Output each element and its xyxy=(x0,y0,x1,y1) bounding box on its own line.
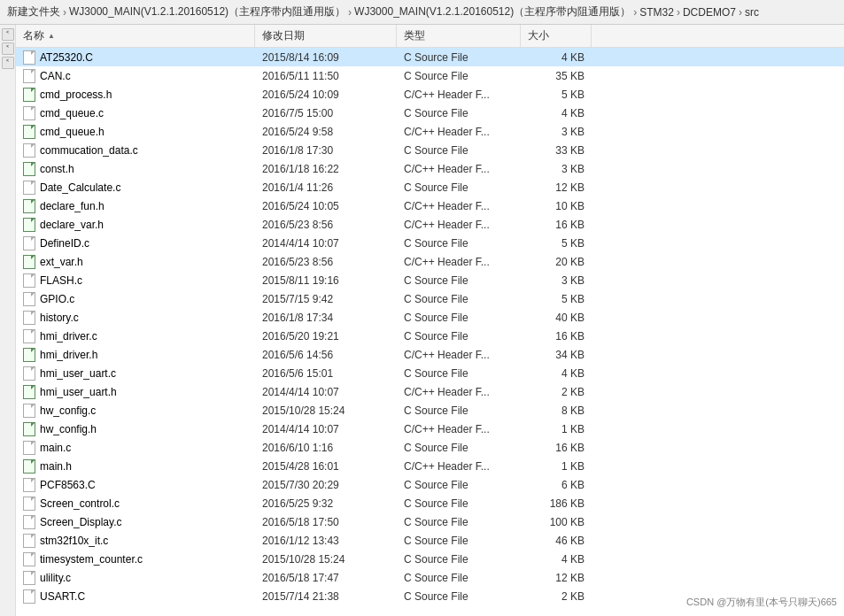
table-row[interactable]: GPIO.c 2015/7/15 9:42 C Source File 5 KB xyxy=(16,289,844,308)
table-row[interactable]: hmi_driver.h 2016/5/6 14:56 C/C++ Header… xyxy=(16,345,844,364)
file-size-cell: 4 KB xyxy=(521,51,592,64)
table-row[interactable]: cmd_process.h 2016/5/24 10:09 C/C++ Head… xyxy=(16,85,844,104)
table-row[interactable]: stm32f10x_it.c 2016/1/12 13:43 C Source … xyxy=(16,531,844,550)
table-row[interactable]: hmi_driver.c 2016/5/20 19:21 C Source Fi… xyxy=(16,327,844,345)
table-row[interactable]: hw_config.h 2014/4/14 10:07 C/C++ Header… xyxy=(16,420,844,438)
file-date-cell: 2016/5/18 17:50 xyxy=(255,516,397,528)
table-row[interactable]: Date_Calculate.c 2016/1/4 11:26 C Source… xyxy=(16,178,844,196)
table-row[interactable]: history.c 2016/1/8 17:34 C Source File 4… xyxy=(16,308,844,327)
file-size-cell: 4 KB xyxy=(521,107,592,119)
file-type-cell: C/C++ Header F... xyxy=(397,89,521,101)
file-date-cell: 2015/7/15 9:42 xyxy=(255,293,397,305)
file-name-text: timesystem_counter.c xyxy=(40,553,143,566)
col-size-header[interactable]: 大小 xyxy=(521,25,592,47)
table-row[interactable]: AT25320.C 2015/8/14 16:09 C Source File … xyxy=(16,48,844,66)
file-size-cell: 16 KB xyxy=(521,442,592,454)
file-size-cell: 5 KB xyxy=(521,237,592,250)
table-row[interactable]: const.h 2016/1/18 16:22 C/C++ Header F..… xyxy=(16,159,844,178)
file-size-cell: 6 KB xyxy=(521,479,592,491)
table-row[interactable]: declare_fun.h 2016/5/24 10:05 C/C++ Head… xyxy=(16,196,844,215)
table-row[interactable]: hmi_user_uart.c 2016/5/6 15:01 C Source … xyxy=(16,364,844,382)
file-icon xyxy=(23,311,35,325)
file-type-cell: C Source File xyxy=(397,367,521,380)
file-name-cell: commucation_data.c xyxy=(16,143,255,158)
file-date-cell: 2016/5/23 8:56 xyxy=(255,256,397,268)
file-icon xyxy=(23,422,35,436)
file-date-cell: 2016/1/4 11:26 xyxy=(255,181,397,194)
table-row[interactable]: PCF8563.C 2015/7/30 20:29 C Source File … xyxy=(16,475,844,494)
file-name-cell: hmi_driver.h xyxy=(16,348,255,362)
table-row[interactable]: declare_var.h 2016/5/23 8:56 C/C++ Heade… xyxy=(16,215,844,234)
file-name-cell: hw_config.c xyxy=(16,404,255,418)
file-name-cell: cmd_queue.h xyxy=(16,125,255,139)
table-row[interactable]: main.c 2016/6/10 1:16 C Source File 16 K… xyxy=(16,438,844,457)
file-date-cell: 2016/1/12 13:43 xyxy=(255,535,397,547)
table-row[interactable]: Screen_control.c 2016/5/25 9:32 C Source… xyxy=(16,494,844,512)
file-type-cell: C Source File xyxy=(397,404,521,417)
file-list[interactable]: AT25320.C 2015/8/14 16:09 C Source File … xyxy=(16,48,844,616)
file-icon xyxy=(23,404,35,418)
file-size-cell: 16 KB xyxy=(521,219,592,231)
file-type-cell: C/C++ Header F... xyxy=(397,126,521,138)
file-name-text: cmd_queue.c xyxy=(40,107,104,119)
expand-arrow-3[interactable]: ˂ xyxy=(2,57,14,69)
file-type-cell: C Source File xyxy=(397,237,521,250)
expand-arrow-1[interactable]: ˂ xyxy=(2,28,14,41)
file-name-cell: PCF8563.C xyxy=(16,478,255,492)
file-name-text: hmi_driver.c xyxy=(40,330,97,343)
file-type-cell: C/C++ Header F... xyxy=(397,423,521,435)
file-icon xyxy=(23,273,35,288)
file-type-cell: C/C++ Header F... xyxy=(397,256,521,268)
table-row[interactable]: main.h 2015/4/28 16:01 C/C++ Header F...… xyxy=(16,457,844,475)
table-row[interactable]: cmd_queue.c 2016/7/5 15:00 C Source File… xyxy=(16,104,844,122)
file-size-cell: 16 KB xyxy=(521,330,592,343)
breadcrumb-part-4[interactable]: DCDEMO7 xyxy=(683,6,736,19)
table-row[interactable]: Screen_Display.c 2016/5/18 17:50 C Sourc… xyxy=(16,512,844,531)
table-row[interactable]: USART.C 2015/7/14 21:38 C Source File 2 … xyxy=(16,587,844,605)
file-name-cell: DefineID.c xyxy=(16,236,255,250)
breadcrumb-part-1[interactable]: WJ3000_MAIN(V1.2.1.20160512)（主程序带内阻通用版） xyxy=(69,4,345,19)
file-type-cell: C Source File xyxy=(397,590,521,603)
col-name-header[interactable]: 名称 ▲ xyxy=(16,25,255,47)
file-name-cell: USART.C xyxy=(16,589,255,604)
file-icon xyxy=(23,199,35,213)
file-date-cell: 2016/5/24 10:09 xyxy=(255,89,397,101)
table-row[interactable]: CAN.c 2016/5/11 11:50 C Source File 35 K… xyxy=(16,66,844,85)
file-name-text: Date_Calculate.c xyxy=(40,181,120,194)
table-row[interactable]: FLASH.c 2015/8/11 19:16 C Source File 3 … xyxy=(16,271,844,289)
file-date-cell: 2016/5/23 8:56 xyxy=(255,219,397,231)
col-type-header[interactable]: 类型 xyxy=(397,25,521,47)
file-size-cell: 1 KB xyxy=(521,423,592,435)
file-size-cell: 186 KB xyxy=(521,497,592,510)
table-row[interactable]: hmi_user_uart.h 2014/4/14 10:07 C/C++ He… xyxy=(16,382,844,401)
file-date-cell: 2015/10/28 15:24 xyxy=(255,404,397,417)
file-icon xyxy=(23,366,35,381)
file-name-text: cmd_process.h xyxy=(40,89,112,101)
breadcrumb-part-2[interactable]: WJ3000_MAIN(V1.2.1.20160512)（主程序带内阻通用版） xyxy=(354,4,631,19)
file-name-text: hmi_user_uart.h xyxy=(40,386,117,398)
table-row[interactable]: DefineID.c 2014/4/14 10:07 C Source File… xyxy=(16,234,844,252)
table-row[interactable]: timesystem_counter.c 2015/10/28 15:24 C … xyxy=(16,550,844,568)
file-date-cell: 2014/4/14 10:07 xyxy=(255,423,397,435)
table-row[interactable]: commucation_data.c 2016/1/8 17:30 C Sour… xyxy=(16,141,844,159)
table-row[interactable]: cmd_queue.h 2016/5/24 9:58 C/C++ Header … xyxy=(16,122,844,141)
table-row[interactable]: ext_var.h 2016/5/23 8:56 C/C++ Header F.… xyxy=(16,252,844,271)
file-type-cell: C Source File xyxy=(397,479,521,491)
file-icon xyxy=(23,478,35,492)
breadcrumb-part-5[interactable]: src xyxy=(745,6,759,19)
file-icon xyxy=(23,589,35,604)
file-name-text: hw_config.h xyxy=(40,423,97,435)
table-row[interactable]: hw_config.c 2015/10/28 15:24 C Source Fi… xyxy=(16,401,844,420)
breadcrumb-part-3[interactable]: STM32 xyxy=(639,6,674,19)
file-icon xyxy=(23,88,35,102)
breadcrumb-part-0[interactable]: 新建文件夹 xyxy=(7,4,60,19)
file-date-cell: 2016/5/6 15:01 xyxy=(255,367,397,380)
file-size-cell: 2 KB xyxy=(521,386,592,398)
col-date-header[interactable]: 修改日期 xyxy=(255,25,397,47)
table-row[interactable]: ulility.c 2016/5/18 17:47 C Source File … xyxy=(16,568,844,587)
file-date-cell: 2015/8/14 16:09 xyxy=(255,51,397,64)
sidebar-arrows: ˂ ˂ ˂ xyxy=(0,25,16,616)
file-date-cell: 2016/5/25 9:32 xyxy=(255,497,397,510)
expand-arrow-2[interactable]: ˂ xyxy=(2,42,14,55)
file-size-cell: 20 KB xyxy=(521,256,592,268)
